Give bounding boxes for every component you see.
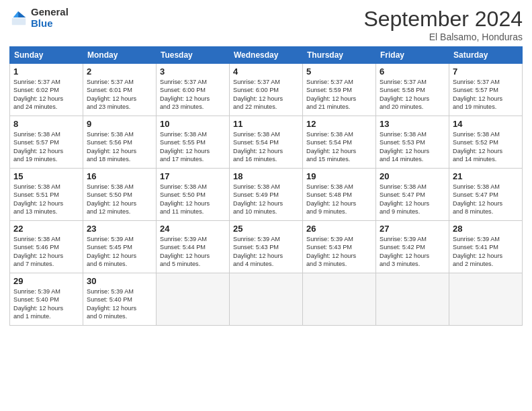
weekday-header-row: SundayMondayTuesdayWednesdayThursdayFrid… xyxy=(10,47,523,64)
day-number: 22 xyxy=(13,224,79,234)
day-info: Sunrise: 5:39 AM Sunset: 5:42 PM Dayligh… xyxy=(380,235,445,269)
calendar-cell: 26Sunrise: 5:39 AM Sunset: 5:43 PM Dayli… xyxy=(303,221,376,273)
calendar-cell xyxy=(376,273,449,326)
day-info: Sunrise: 5:37 AM Sunset: 6:00 PM Dayligh… xyxy=(233,78,299,111)
day-number: 18 xyxy=(233,171,299,181)
week-row-3: 15Sunrise: 5:38 AM Sunset: 5:51 PM Dayli… xyxy=(10,169,523,221)
day-info: Sunrise: 5:38 AM Sunset: 5:51 PM Dayligh… xyxy=(13,183,79,216)
calendar-cell: 29Sunrise: 5:39 AM Sunset: 5:40 PM Dayli… xyxy=(10,273,83,326)
calendar-cell: 15Sunrise: 5:38 AM Sunset: 5:51 PM Dayli… xyxy=(10,169,83,221)
calendar-cell: 16Sunrise: 5:38 AM Sunset: 5:50 PM Dayli… xyxy=(83,169,157,221)
day-number: 4 xyxy=(233,66,299,77)
calendar-cell xyxy=(303,273,376,326)
day-number: 5 xyxy=(306,66,372,77)
day-number: 9 xyxy=(87,119,152,129)
location-subtitle: El Balsamo, Honduras xyxy=(363,32,523,42)
day-number: 25 xyxy=(233,224,299,234)
calendar-cell: 9Sunrise: 5:38 AM Sunset: 5:56 PM Daylig… xyxy=(83,116,157,169)
day-number: 19 xyxy=(306,171,372,181)
calendar-cell: 1Sunrise: 5:37 AM Sunset: 6:02 PM Daylig… xyxy=(10,64,83,116)
calendar-cell: 17Sunrise: 5:38 AM Sunset: 5:50 PM Dayli… xyxy=(157,169,230,221)
calendar-cell: 23Sunrise: 5:39 AM Sunset: 5:45 PM Dayli… xyxy=(83,221,157,273)
svg-rect-3 xyxy=(12,18,26,25)
calendar-cell: 12Sunrise: 5:38 AM Sunset: 5:54 PM Dayli… xyxy=(303,116,376,169)
day-info: Sunrise: 5:38 AM Sunset: 5:48 PM Dayligh… xyxy=(306,183,372,216)
day-info: Sunrise: 5:37 AM Sunset: 5:59 PM Dayligh… xyxy=(306,78,372,111)
day-number: 16 xyxy=(87,171,152,181)
weekday-header-tuesday: Tuesday xyxy=(157,47,230,64)
day-info: Sunrise: 5:37 AM Sunset: 6:01 PM Dayligh… xyxy=(87,78,152,111)
day-info: Sunrise: 5:38 AM Sunset: 5:47 PM Dayligh… xyxy=(453,183,519,216)
day-number: 12 xyxy=(306,119,372,129)
day-number: 26 xyxy=(306,224,372,234)
day-number: 1 xyxy=(13,66,79,77)
calendar-cell: 25Sunrise: 5:39 AM Sunset: 5:43 PM Dayli… xyxy=(230,221,303,273)
day-number: 8 xyxy=(13,119,79,129)
day-number: 21 xyxy=(453,171,519,181)
day-info: Sunrise: 5:39 AM Sunset: 5:40 PM Dayligh… xyxy=(13,287,79,321)
header: General Blue September 2024 El Balsamo, … xyxy=(9,7,523,42)
week-row-4: 22Sunrise: 5:38 AM Sunset: 5:46 PM Dayli… xyxy=(10,221,523,273)
calendar-cell: 4Sunrise: 5:37 AM Sunset: 6:00 PM Daylig… xyxy=(230,64,303,116)
day-number: 24 xyxy=(160,224,226,234)
day-info: Sunrise: 5:37 AM Sunset: 5:57 PM Dayligh… xyxy=(453,78,519,111)
day-info: Sunrise: 5:39 AM Sunset: 5:45 PM Dayligh… xyxy=(87,235,152,269)
calendar-cell: 18Sunrise: 5:38 AM Sunset: 5:49 PM Dayli… xyxy=(230,169,303,221)
day-info: Sunrise: 5:38 AM Sunset: 5:53 PM Dayligh… xyxy=(380,130,445,164)
weekday-header-monday: Monday xyxy=(83,47,157,64)
day-info: Sunrise: 5:38 AM Sunset: 5:47 PM Dayligh… xyxy=(380,183,445,216)
calendar-cell: 20Sunrise: 5:38 AM Sunset: 5:47 PM Dayli… xyxy=(376,169,449,221)
calendar: SundayMondayTuesdayWednesdayThursdayFrid… xyxy=(9,46,523,326)
calendar-cell xyxy=(157,273,230,326)
day-number: 30 xyxy=(87,276,152,286)
weekday-header-wednesday: Wednesday xyxy=(230,47,303,64)
day-info: Sunrise: 5:39 AM Sunset: 5:41 PM Dayligh… xyxy=(453,235,519,269)
day-number: 28 xyxy=(453,224,519,234)
day-info: Sunrise: 5:38 AM Sunset: 5:49 PM Dayligh… xyxy=(233,183,299,216)
calendar-cell: 24Sunrise: 5:39 AM Sunset: 5:44 PM Dayli… xyxy=(157,221,230,273)
day-info: Sunrise: 5:37 AM Sunset: 6:02 PM Dayligh… xyxy=(13,78,79,111)
calendar-cell: 30Sunrise: 5:39 AM Sunset: 5:40 PM Dayli… xyxy=(83,273,157,326)
day-info: Sunrise: 5:38 AM Sunset: 5:56 PM Dayligh… xyxy=(87,130,152,164)
day-number: 20 xyxy=(380,171,445,181)
day-number: 3 xyxy=(160,66,226,77)
weekday-header-saturday: Saturday xyxy=(449,47,523,64)
day-info: Sunrise: 5:38 AM Sunset: 5:50 PM Dayligh… xyxy=(87,183,152,216)
day-number: 7 xyxy=(453,66,519,77)
logo-general: General xyxy=(31,7,69,18)
logo: General Blue xyxy=(9,7,69,29)
calendar-cell xyxy=(230,273,303,326)
page: General Blue September 2024 El Balsamo, … xyxy=(0,0,532,411)
day-info: Sunrise: 5:38 AM Sunset: 5:55 PM Dayligh… xyxy=(160,130,226,164)
month-title: September 2024 xyxy=(363,7,523,32)
day-info: Sunrise: 5:38 AM Sunset: 5:46 PM Dayligh… xyxy=(13,235,79,269)
calendar-cell: 5Sunrise: 5:37 AM Sunset: 5:59 PM Daylig… xyxy=(303,64,376,116)
calendar-cell: 6Sunrise: 5:37 AM Sunset: 5:58 PM Daylig… xyxy=(376,64,449,116)
day-info: Sunrise: 5:38 AM Sunset: 5:50 PM Dayligh… xyxy=(160,183,226,216)
calendar-cell: 21Sunrise: 5:38 AM Sunset: 5:47 PM Dayli… xyxy=(449,169,523,221)
calendar-header: SundayMondayTuesdayWednesdayThursdayFrid… xyxy=(10,47,523,64)
svg-marker-1 xyxy=(18,11,26,17)
week-row-2: 8Sunrise: 5:38 AM Sunset: 5:57 PM Daylig… xyxy=(10,116,523,169)
day-info: Sunrise: 5:39 AM Sunset: 5:44 PM Dayligh… xyxy=(160,235,226,269)
day-number: 29 xyxy=(13,276,79,286)
week-row-5: 29Sunrise: 5:39 AM Sunset: 5:40 PM Dayli… xyxy=(10,273,523,326)
day-number: 23 xyxy=(87,224,152,234)
day-info: Sunrise: 5:39 AM Sunset: 5:43 PM Dayligh… xyxy=(233,235,299,269)
title-block: September 2024 El Balsamo, Honduras xyxy=(363,7,523,42)
calendar-cell: 8Sunrise: 5:38 AM Sunset: 5:57 PM Daylig… xyxy=(10,116,83,169)
day-info: Sunrise: 5:38 AM Sunset: 5:54 PM Dayligh… xyxy=(233,130,299,164)
svg-marker-2 xyxy=(13,11,18,17)
day-number: 10 xyxy=(160,119,226,129)
day-info: Sunrise: 5:39 AM Sunset: 5:40 PM Dayligh… xyxy=(87,287,152,321)
calendar-cell: 2Sunrise: 5:37 AM Sunset: 6:01 PM Daylig… xyxy=(83,64,157,116)
calendar-cell: 19Sunrise: 5:38 AM Sunset: 5:48 PM Dayli… xyxy=(303,169,376,221)
calendar-cell: 13Sunrise: 5:38 AM Sunset: 5:53 PM Dayli… xyxy=(376,116,449,169)
calendar-cell: 28Sunrise: 5:39 AM Sunset: 5:41 PM Dayli… xyxy=(449,221,523,273)
weekday-header-sunday: Sunday xyxy=(10,47,83,64)
calendar-cell: 22Sunrise: 5:38 AM Sunset: 5:46 PM Dayli… xyxy=(10,221,83,273)
calendar-cell: 3Sunrise: 5:37 AM Sunset: 6:00 PM Daylig… xyxy=(157,64,230,116)
calendar-cell: 7Sunrise: 5:37 AM Sunset: 5:57 PM Daylig… xyxy=(449,64,523,116)
day-info: Sunrise: 5:38 AM Sunset: 5:54 PM Dayligh… xyxy=(306,130,372,164)
day-number: 13 xyxy=(380,119,445,129)
